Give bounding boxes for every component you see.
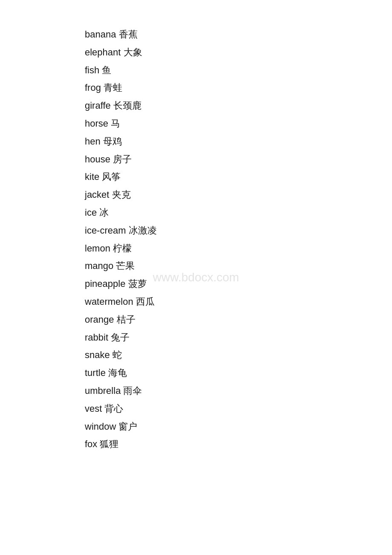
list-item: orange 桔子 — [85, 311, 392, 329]
list-item: mango 芒果 — [85, 257, 392, 275]
list-item: snake 蛇 — [85, 346, 392, 364]
list-item: fish 鱼 — [85, 61, 392, 79]
list-item: frog 青蛙 — [85, 79, 392, 97]
list-item: giraffe 长颈鹿 — [85, 97, 392, 115]
list-item: window 窗户 — [85, 418, 392, 436]
list-item: ice-cream 冰激凌 — [85, 222, 392, 240]
list-item: hen 母鸡 — [85, 133, 392, 150]
list-item: watermelon 西瓜 — [85, 293, 392, 311]
list-item: jacket 夹克 — [85, 186, 392, 204]
list-item: house 房子 — [85, 150, 392, 168]
list-item: pineapple 菠萝 — [85, 275, 392, 293]
list-item: ice 冰 — [85, 204, 392, 222]
page-content: banana 香蕉elephant 大象fish 鱼frog 青蛙giraffe… — [0, 0, 392, 479]
list-item: fox 狐狸 — [85, 435, 392, 453]
list-item: banana 香蕉 — [85, 26, 392, 43]
list-item: turtle 海龟 — [85, 364, 392, 382]
vocabulary-list: banana 香蕉elephant 大象fish 鱼frog 青蛙giraffe… — [85, 26, 392, 453]
list-item: umbrella 雨伞 — [85, 382, 392, 400]
list-item: kite 风筝 — [85, 168, 392, 186]
list-item: vest 背心 — [85, 400, 392, 418]
list-item: lemon 柠檬 — [85, 240, 392, 257]
list-item: rabbit 兔子 — [85, 329, 392, 347]
list-item: elephant 大象 — [85, 43, 392, 61]
list-item: horse 马 — [85, 115, 392, 133]
